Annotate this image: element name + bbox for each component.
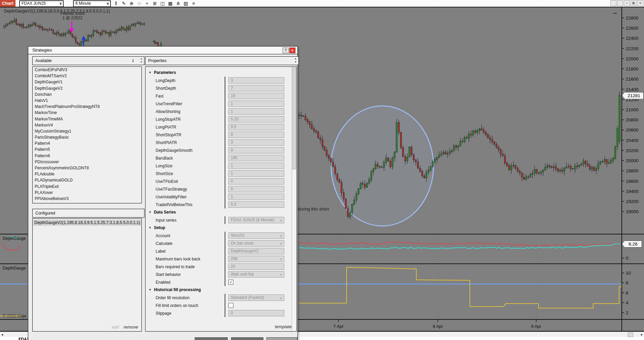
property-dropdown[interactable]: Standard (Fastest)∨ [228, 294, 284, 301]
property-dropdown[interactable]: FDAX JUN25 (6 Minute)∨ [228, 217, 284, 223]
available-spinner[interactable]: ▲▼ [139, 57, 143, 64]
property-input[interactable]: 1 [228, 170, 284, 177]
data-series-icon[interactable]: ≣ [151, 0, 159, 7]
strategies-icon[interactable]: ⋔ [174, 0, 182, 7]
apply-button[interactable] [266, 337, 297, 340]
property-input[interactable]: 7 [228, 85, 284, 91]
help-button[interactable]: ? [283, 48, 289, 53]
section-header[interactable]: ▼Historical fill processing [146, 286, 292, 294]
property-row: AllowShorting1 [146, 108, 292, 115]
extra-button-2[interactable] [617, 0, 623, 6]
available-strategy-item[interactable]: HatsV1 [33, 97, 141, 104]
available-strategy-item[interactable]: Pattern6 [33, 153, 141, 159]
property-input[interactable]: 1 [228, 108, 284, 115]
property-input[interactable]: 0 [228, 186, 284, 192]
property-input[interactable]: 0 [228, 310, 284, 316]
collapse-triangle-icon[interactable]: ▼ [149, 286, 152, 294]
scrollbar-thumb[interactable] [628, 333, 633, 337]
minimize-button[interactable]: − [624, 0, 630, 6]
collapse-triangle-icon[interactable]: ▼ [149, 224, 152, 232]
property-checkbox[interactable]: ✓ [228, 280, 233, 285]
property-input[interactable]: 0 [228, 178, 284, 185]
available-strategy-item[interactable]: PDIcrossover [33, 159, 141, 165]
zoom-in-icon[interactable]: ⊕ [128, 0, 135, 7]
available-strategy-item[interactable]: ComboMTSamV2 [33, 73, 141, 79]
property-input[interactable]: 20 [228, 263, 284, 270]
properties-scrollbar[interactable] [292, 67, 296, 331]
available-strategy-item[interactable]: ComboEtPsPdfV3 [33, 67, 141, 73]
available-strategy-item[interactable]: MarkovTime [33, 110, 141, 116]
chart-menu-tab[interactable]: Chart [0, 0, 15, 7]
restore-button[interactable]: ⧉ [631, 0, 637, 6]
ok-button[interactable] [195, 337, 228, 340]
section-header[interactable]: ▼Parameters [146, 69, 292, 77]
property-input[interactable]: 3 [228, 139, 284, 146]
collapse-triangle-icon[interactable]: ▼ [149, 208, 152, 216]
scroll-to-latest-icon[interactable]: → [611, 8, 618, 16]
property-dropdown[interactable]: Wait until flat∨ [228, 271, 284, 278]
property-dropdown[interactable]: On bar close∨ [228, 240, 284, 247]
cancel-button[interactable] [231, 337, 263, 340]
available-strategy-item[interactable]: PLAXover [33, 190, 141, 196]
available-strategy-item[interactable]: DepthGaugeV1 [33, 79, 141, 85]
output-icon[interactable]: ≡ [190, 0, 197, 7]
properties-icon[interactable]: ▨ [182, 0, 190, 7]
property-input[interactable]: 3 [228, 77, 284, 84]
property-input[interactable]: DepthGaugeV2 [228, 248, 284, 254]
available-strategy-item[interactable]: PercentAsymmetricGOLDNT8 [33, 165, 141, 171]
available-strategy-item[interactable]: PLADynamicalGOLD [33, 177, 141, 183]
indicators-icon[interactable]: ▦ [166, 0, 174, 7]
extra-button-1[interactable] [610, 0, 616, 6]
close-button[interactable]: × [637, 0, 643, 6]
scroll-left-icon[interactable]: ◂ [1, 332, 3, 337]
scrollbar-thumb[interactable] [292, 67, 296, 169]
available-strategy-item[interactable]: ParisStrategyBasic [33, 134, 141, 140]
available-strategy-item[interactable]: MarkovV4 [33, 122, 141, 128]
properties-spinner[interactable]: ▲▼ [293, 57, 298, 64]
property-input[interactable]: 1 [228, 194, 284, 200]
property-row: Enabled✓ [146, 278, 292, 286]
collapse-triangle-icon[interactable]: ▼ [149, 69, 152, 77]
available-strategy-item[interactable]: MarkovTimeMA [33, 116, 141, 122]
available-strategy-item[interactable]: MachTrendPlatinumProStrategyNT8 [33, 104, 141, 110]
available-strategy-item[interactable]: PLATripleExit [33, 183, 141, 190]
property-input[interactable]: 195 [228, 155, 284, 161]
close-icon[interactable]: × [289, 48, 295, 53]
property-input[interactable]: 5.25 [228, 116, 284, 122]
template-link[interactable]: template [275, 324, 292, 329]
instrument-selector[interactable]: FDAX JUN25 ∨ [19, 0, 64, 7]
property-input[interactable]: 1 [228, 163, 284, 169]
available-strategy-item[interactable]: MyCustomStrategy1 [33, 128, 141, 134]
property-label: Fill limit orders on touch [146, 303, 225, 308]
available-strategy-item[interactable]: Pattern5 [33, 146, 141, 152]
configured-strategy-item[interactable]: DepthGaugeV2(1,195,8,18,3,9.5,1,5.25,7,3… [33, 220, 141, 226]
available-strategy-item[interactable]: PPIAboveBelowV3 [33, 196, 141, 202]
property-input[interactable]: 1 [228, 101, 284, 107]
property-input[interactable]: 9.5 [228, 124, 284, 130]
interval-selector[interactable]: 6 Minute ∨ [73, 0, 111, 7]
add-strategy-button[interactable]: add [111, 324, 119, 330]
property-field-cell: 0 [225, 185, 292, 193]
crosshair-icon[interactable]: + [143, 0, 151, 7]
remove-strategy-button[interactable]: remove [124, 324, 138, 330]
available-strategy-item[interactable]: DepthGaugeV2 [33, 85, 141, 91]
available-strategy-item[interactable]: Donchian [33, 91, 141, 97]
scroll-right-icon[interactable]: ▸ [641, 332, 643, 337]
property-dropdown[interactable]: Sim101∨ [228, 232, 284, 239]
available-strategy-item[interactable]: PLAdouble [33, 171, 141, 177]
property-input[interactable]: 18 [228, 93, 284, 99]
available-strategy-item[interactable]: Pattern4 [33, 140, 141, 146]
chart-trader-icon[interactable]: ◫ [159, 0, 166, 7]
section-header[interactable]: ▼Setup [146, 224, 292, 232]
property-checkbox[interactable] [228, 303, 233, 308]
property-input[interactable]: 8 [228, 147, 284, 153]
property-dropdown[interactable]: 256∨ [228, 256, 284, 262]
dialog-titlebar[interactable]: Strategies ? × [28, 47, 297, 54]
section-header[interactable]: ▼Data Series [146, 208, 292, 216]
property-label: BarsBack [146, 156, 225, 161]
property-input[interactable]: 8 [228, 132, 284, 138]
chart-style-icon[interactable]: ⫴ [112, 0, 120, 7]
info-icon[interactable]: i [131, 57, 135, 65]
property-input[interactable]: 5.5 [228, 201, 284, 208]
draw-tools-icon[interactable]: ✎ [120, 0, 128, 7]
